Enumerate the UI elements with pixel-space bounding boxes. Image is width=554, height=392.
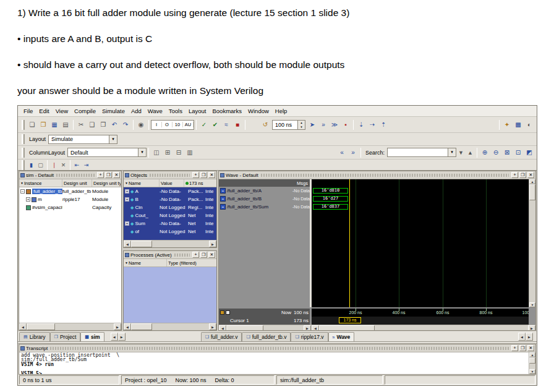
column-header-design-unit[interactable]: Design unit xyxy=(62,179,92,187)
close-icon[interactable]: ✕ xyxy=(208,172,215,178)
expand-expander-icon[interactable]: + xyxy=(26,197,30,202)
cut-icon[interactable]: ✂ xyxy=(75,119,87,130)
previous-edge-icon[interactable]: ⇤ xyxy=(72,161,82,169)
wave-signal-sum[interactable]: ≈ /full_adder_tb/Sum xyxy=(219,203,291,211)
column-header-type[interactable]: Type (filtered) xyxy=(167,259,216,266)
restart-icon[interactable]: ↺ xyxy=(260,119,271,130)
scrollbar-thumb[interactable] xyxy=(131,323,152,330)
cursor-time-box[interactable]: 173 ns xyxy=(339,317,361,323)
layout-select[interactable]: Simulate ▾ xyxy=(48,135,117,144)
scrollbar-track[interactable] xyxy=(131,323,209,330)
object-row-b[interactable]: +◆B -No Data- Pack... Inte xyxy=(124,195,216,203)
scroll-left-icon[interactable]: ◀ xyxy=(219,325,226,330)
close-icon[interactable]: ✕ xyxy=(527,172,534,178)
toolbar-grip[interactable] xyxy=(22,148,25,158)
wave-signal-a[interactable]: ≈ /full_adder_tb/A xyxy=(219,187,291,195)
scrollbar-thumb[interactable] xyxy=(529,357,535,364)
scroll-right-icon[interactable]: ▶ xyxy=(209,241,216,247)
open-icon[interactable]: ❐ xyxy=(38,119,49,130)
undock-icon[interactable]: ❐ xyxy=(519,172,526,178)
tree-row-full-adder-tb[interactable]: − full_adder_tb full_adder_tb Module xyxy=(19,187,121,195)
scroll-left-icon[interactable]: ◀ xyxy=(518,333,526,341)
radix-auto-icon[interactable]: AU xyxy=(183,122,194,127)
wave-signal-b[interactable]: ≈ /full_adder_tb/B xyxy=(219,195,291,203)
tab-library[interactable]: ▤ Library xyxy=(19,332,50,341)
waveform-plot[interactable]: 16'd810 16'd27 16'd837 xyxy=(312,179,529,307)
menu-wave[interactable]: Wave xyxy=(145,106,166,116)
delete-cursor-icon[interactable]: ✕ xyxy=(59,161,68,169)
save-icon[interactable]: ▦ xyxy=(49,119,60,130)
run-icon[interactable]: ➤ xyxy=(307,119,318,130)
object-row-cin[interactable]: ◆Cin Not Logged Regi... Inte xyxy=(124,203,216,211)
menu-compile[interactable]: Compile xyxy=(71,106,99,116)
collapse-expander-icon[interactable]: − xyxy=(20,189,25,194)
configure-columns-icon[interactable]: ◫ xyxy=(151,147,162,158)
tab-project[interactable]: ❐ Project xyxy=(50,332,81,341)
chevron-down-icon[interactable]: ▾ xyxy=(448,148,456,156)
scroll-left-icon[interactable]: ◀ xyxy=(111,333,118,341)
tab-sim[interactable]: ▦ sim xyxy=(80,332,104,341)
menu-view[interactable]: View xyxy=(53,106,71,116)
scroll-left-icon[interactable]: ◀ xyxy=(124,323,131,330)
chevron-down-icon[interactable]: ▾ xyxy=(109,135,117,143)
dock-icon[interactable]: + xyxy=(97,172,104,178)
step-into-icon[interactable]: ⇣ xyxy=(356,119,367,130)
scroll-left-icon[interactable]: ◀ xyxy=(124,241,131,247)
menu-bookmarks[interactable]: Bookmarks xyxy=(210,106,245,116)
expander-icon[interactable]: + xyxy=(125,189,129,194)
copy-icon[interactable]: ❑ xyxy=(87,119,98,130)
zoom-out-icon[interactable]: ⊖ xyxy=(490,147,501,158)
processes-list[interactable] xyxy=(124,267,216,323)
scroll-right-icon[interactable]: ▶ xyxy=(118,333,126,341)
scroll-right-icon[interactable]: ▶ xyxy=(304,325,311,330)
memory-icon[interactable]: ▩ xyxy=(513,119,524,130)
paste-icon[interactable]: ❒ xyxy=(98,119,109,130)
transcript-console[interactable]: add wave -position insertpoint \ sim:/fu… xyxy=(19,352,529,374)
tree-row-m[interactable]: + m ripple17 Module xyxy=(19,195,121,203)
panel-drag-handle[interactable] xyxy=(56,174,95,177)
scrollbar-track[interactable] xyxy=(319,325,528,330)
column-header-name[interactable]: ▼ Name xyxy=(124,259,167,266)
scrollbar-track[interactable] xyxy=(131,241,209,247)
find-next-icon[interactable]: ▼ xyxy=(456,148,466,157)
insert-cursor-icon[interactable]: ∣ xyxy=(49,161,59,169)
menu-help[interactable]: Help xyxy=(272,106,291,116)
scroll-down-icon[interactable]: ▼ xyxy=(529,369,535,374)
scroll-up-icon[interactable]: ▲ xyxy=(529,352,535,357)
scroll-down-icon[interactable]: ▼ xyxy=(529,302,535,307)
run-length-up-icon[interactable]: ▴ xyxy=(298,121,305,125)
menu-window[interactable]: Window xyxy=(245,106,272,116)
tab-wave[interactable]: ≈ Wave xyxy=(328,332,355,341)
lock-cursor-icon[interactable] xyxy=(226,310,230,315)
object-row-of[interactable]: ◆of Not Logged Net Inte xyxy=(124,228,216,236)
chevron-down-icon[interactable]: ▾ xyxy=(138,148,146,156)
compile-icon[interactable]: ✓ xyxy=(198,119,210,130)
dock-icon[interactable]: + xyxy=(511,345,518,351)
column-header-name[interactable]: ▼ Name xyxy=(124,179,160,187)
scroll-left-icon[interactable]: ◀ xyxy=(312,325,319,330)
scrollbar-track[interactable] xyxy=(529,184,535,302)
undock-icon[interactable]: ❐ xyxy=(200,172,207,178)
close-icon[interactable]: ✕ xyxy=(113,172,120,178)
print-icon[interactable]: ▤ xyxy=(60,119,71,130)
tab-ripple17-v[interactable]: ❏ ripple17.v xyxy=(291,332,328,341)
menu-layout[interactable]: Layout xyxy=(185,106,210,116)
scrollbar-thumb[interactable] xyxy=(226,325,263,330)
column-header-instance[interactable]: ▼ Instance xyxy=(19,179,62,187)
watch-icon[interactable]: ◐ xyxy=(524,119,535,130)
goto-previous-icon[interactable]: « xyxy=(336,147,347,158)
panel-drag-handle[interactable] xyxy=(150,174,190,177)
toolbar-grip[interactable] xyxy=(22,120,25,130)
zoom-in-icon[interactable]: ⊕ xyxy=(479,147,490,158)
zoom-mode-icon[interactable]: ◩ xyxy=(524,147,535,158)
expander-icon[interactable]: + xyxy=(125,221,129,226)
menu-simulate[interactable]: Simulate xyxy=(99,106,128,116)
step-over-icon[interactable]: ⇢ xyxy=(367,119,378,130)
scroll-right-icon[interactable]: ▶ xyxy=(526,333,533,341)
scrollbar-track[interactable] xyxy=(27,323,114,330)
filter-icon[interactable]: ▥ xyxy=(184,147,195,158)
menu-add[interactable]: Add xyxy=(128,106,145,116)
columnlayout-select[interactable]: Default ▾ xyxy=(67,148,147,157)
sim-panel-titlebar[interactable]: sim - Default + ❐ ✕ xyxy=(19,171,121,179)
dock-icon[interactable]: + xyxy=(511,172,518,178)
